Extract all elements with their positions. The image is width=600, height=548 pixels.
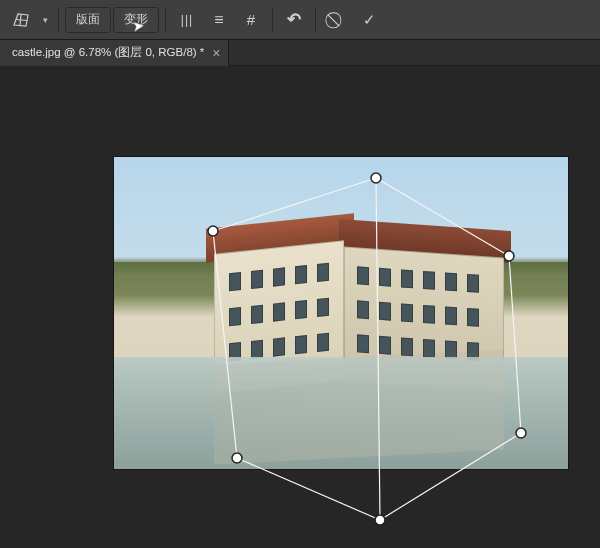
divider: [315, 8, 316, 32]
document-tab[interactable]: castle.jpg @ 6.78% (图层 0, RGB/8) * ×: [0, 40, 229, 66]
chevron-down-icon[interactable]: ▾: [38, 6, 52, 34]
split-grid-icon[interactable]: #: [236, 6, 266, 34]
canvas-area[interactable]: [0, 66, 600, 548]
svg-line-2: [20, 14, 21, 25]
commit-icon[interactable]: ✓: [354, 6, 384, 34]
reflection: [214, 349, 504, 464]
warp-button[interactable]: 变形: [113, 7, 159, 33]
document-tab-bar: castle.jpg @ 6.78% (图层 0, RGB/8) * ×: [0, 40, 600, 66]
split-vertical-icon[interactable]: |||: [172, 6, 202, 34]
divider: [58, 8, 59, 32]
perspective-grid-icon[interactable]: [6, 6, 36, 34]
split-horizontal-icon[interactable]: ≡: [204, 6, 234, 34]
document-tab-title: castle.jpg @ 6.78% (图层 0, RGB/8) *: [12, 45, 204, 60]
divider: [165, 8, 166, 32]
undo-icon[interactable]: ↶: [279, 6, 309, 34]
close-icon[interactable]: ×: [212, 46, 220, 60]
svg-line-1: [16, 19, 27, 20]
image-canvas[interactable]: [114, 157, 568, 469]
cancel-icon[interactable]: ⃠: [322, 6, 352, 34]
svg-point-14: [375, 515, 385, 525]
panel-button[interactable]: 版面: [65, 7, 111, 33]
options-toolbar: ▾ 版面 变形 ||| ≡ # ↶ ⃠ ✓: [0, 0, 600, 40]
divider: [272, 8, 273, 32]
